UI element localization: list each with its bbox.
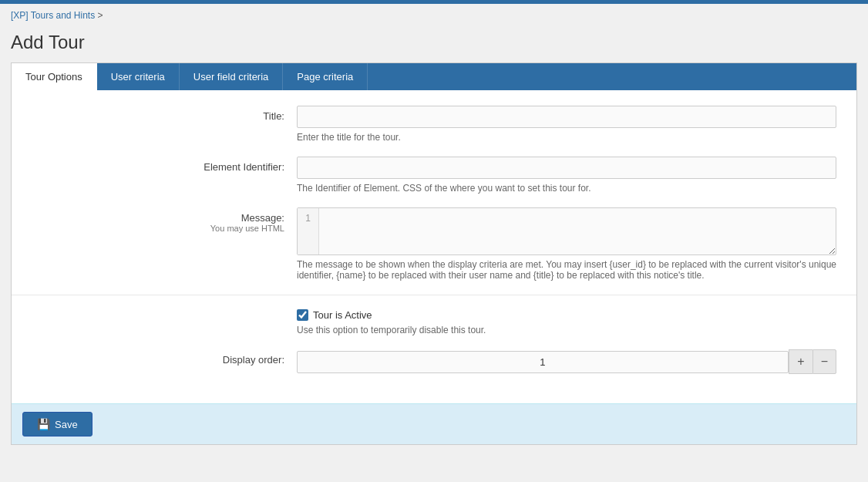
message-input-area: 1 The message to be shown when the displ…: [297, 207, 836, 281]
tour-active-label-spacer: [12, 309, 297, 314]
tour-active-help: Use this option to temporarily disable t…: [297, 325, 836, 335]
breadcrumb: [XP] Tours and Hints >: [0, 4, 868, 27]
footer-bar: 💾 Save: [12, 403, 856, 444]
tab-user-criteria[interactable]: User criteria: [97, 63, 180, 90]
element-identifier-help: The Identifier of Element. CSS of the wh…: [297, 183, 836, 194]
element-identifier-input-area: The Identifier of Element. CSS of the wh…: [297, 157, 836, 194]
tour-active-row: Tour is Active Use this option to tempor…: [12, 309, 856, 335]
tour-active-checkbox[interactable]: [297, 309, 308, 321]
save-label: Save: [55, 419, 78, 430]
element-identifier-input[interactable]: [297, 157, 836, 179]
display-order-label: Display order:: [12, 349, 297, 366]
element-identifier-label: Element Identifier:: [12, 157, 297, 173]
tour-active-checkbox-label: Tour is Active: [313, 309, 372, 321]
element-identifier-row: Element Identifier: The Identifier of El…: [12, 157, 856, 194]
message-textarea[interactable]: [319, 208, 836, 254]
tour-active-checkbox-row: Tour is Active: [297, 309, 836, 321]
tab-user-field-criteria[interactable]: User field criteria: [180, 63, 284, 90]
tab-page-criteria[interactable]: Page criteria: [283, 63, 368, 90]
display-order-stepper: + −: [297, 349, 836, 374]
display-order-input[interactable]: [297, 351, 789, 373]
breadcrumb-link[interactable]: [XP] Tours and Hints: [11, 10, 95, 21]
display-order-input-area: + −: [297, 349, 836, 374]
textarea-line-num: 1: [298, 208, 319, 254]
title-input-area: Enter the title for the tour.: [297, 106, 836, 143]
tabs-bar: Tour Options User criteria User field cr…: [12, 63, 856, 90]
display-order-row: Display order: + −: [12, 349, 856, 374]
title-input[interactable]: [297, 106, 836, 128]
title-help: Enter the title for the tour.: [297, 132, 836, 143]
breadcrumb-sep: >: [98, 10, 103, 21]
divider: [12, 295, 856, 295]
form-area: Title: Enter the title for the tour. Ele…: [12, 90, 856, 403]
textarea-wrap: 1: [297, 207, 836, 255]
message-sublabel: You may use HTML: [12, 224, 284, 233]
message-help: The message to be shown when the display…: [297, 259, 836, 281]
main-container: Tour Options User criteria User field cr…: [11, 62, 857, 445]
title-row: Title: Enter the title for the tour.: [12, 106, 856, 143]
message-label: Message: You may use HTML: [12, 207, 297, 233]
save-button[interactable]: 💾 Save: [22, 412, 93, 436]
save-icon: 💾: [37, 418, 50, 430]
display-order-plus-button[interactable]: +: [789, 349, 812, 374]
title-label: Title:: [12, 106, 297, 122]
tab-tour-options[interactable]: Tour Options: [12, 63, 97, 90]
display-order-minus-button[interactable]: −: [812, 349, 836, 374]
page-title: Add Tour: [0, 27, 868, 62]
tour-active-input-area: Tour is Active Use this option to tempor…: [297, 309, 836, 335]
message-row: Message: You may use HTML 1 The message …: [12, 207, 856, 281]
